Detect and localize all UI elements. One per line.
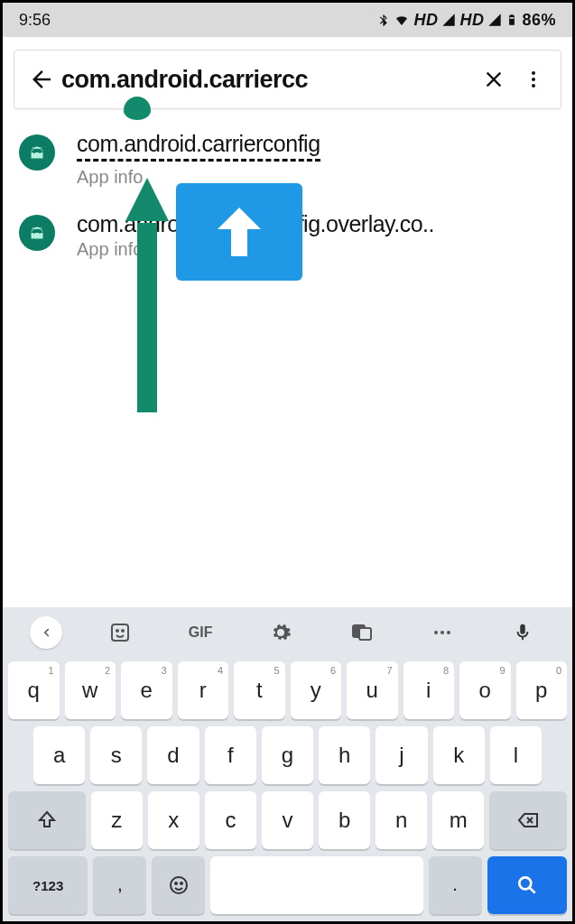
period-key[interactable]: . xyxy=(429,856,482,914)
mic-icon xyxy=(513,623,533,642)
svg-point-10 xyxy=(122,630,124,632)
key-f[interactable]: f xyxy=(205,726,256,784)
arrow-left-icon xyxy=(28,66,55,93)
more-vert-icon xyxy=(523,69,544,90)
key-l[interactable]: l xyxy=(490,726,542,784)
svg-point-15 xyxy=(447,631,450,634)
key-v[interactable]: v xyxy=(262,791,313,849)
keyboard-toolbar: GIF xyxy=(3,607,572,658)
arrow-up-icon xyxy=(207,192,272,272)
shift-icon xyxy=(36,809,58,831)
settings-button[interactable] xyxy=(258,614,303,651)
svg-point-18 xyxy=(181,882,182,884)
svg-point-7 xyxy=(39,232,41,234)
key-q[interactable]: q1 xyxy=(8,661,60,719)
svg-point-1 xyxy=(532,71,535,75)
svg-point-3 xyxy=(532,84,535,88)
search-key[interactable] xyxy=(487,856,567,914)
close-icon xyxy=(481,67,506,92)
translate-button[interactable] xyxy=(339,614,385,651)
key-g[interactable]: g xyxy=(262,726,313,784)
keyboard-row-2: a s d f g h j k l xyxy=(3,723,572,788)
svg-point-2 xyxy=(532,78,535,81)
key-o[interactable]: o9 xyxy=(459,661,511,719)
symbols-key[interactable]: ?123 xyxy=(8,856,88,914)
key-n[interactable]: n xyxy=(376,791,427,849)
comma-key[interactable]: , xyxy=(93,856,146,914)
signal-icon xyxy=(487,13,502,27)
app-icon xyxy=(19,134,55,171)
svg-point-17 xyxy=(175,882,177,884)
svg-point-6 xyxy=(33,232,35,234)
svg-rect-12 xyxy=(359,628,371,640)
mic-button[interactable] xyxy=(500,614,545,651)
result-subtitle: App info xyxy=(77,239,556,260)
key-y[interactable]: y6 xyxy=(291,661,342,719)
key-b[interactable]: b xyxy=(319,791,370,849)
clear-button[interactable] xyxy=(474,60,514,99)
status-time: 9:56 xyxy=(19,11,51,30)
key-w[interactable]: w2 xyxy=(65,661,116,719)
shift-key[interactable] xyxy=(8,791,86,849)
key-t[interactable]: t5 xyxy=(234,661,285,719)
signal-icon xyxy=(441,13,456,27)
emoji-icon xyxy=(168,874,190,896)
space-key[interactable] xyxy=(210,856,423,914)
key-k[interactable]: k xyxy=(433,726,485,784)
battery-icon xyxy=(505,11,518,29)
wifi-icon xyxy=(394,12,410,28)
key-d[interactable]: d xyxy=(147,726,199,784)
svg-point-9 xyxy=(116,630,118,632)
keyboard: GIF q1 w2 e3 r4 t5 y6 u7 i8 o9 p0 a s d … xyxy=(3,607,572,921)
search-icon xyxy=(515,873,539,897)
annotation-blob xyxy=(124,97,151,120)
translate-icon xyxy=(351,622,373,643)
status-right: HD HD 86% xyxy=(377,11,556,30)
key-p[interactable]: p0 xyxy=(516,661,568,719)
more-horiz-icon xyxy=(431,622,453,643)
key-z[interactable]: z xyxy=(91,791,143,849)
back-button[interactable] xyxy=(22,60,61,99)
svg-point-19 xyxy=(519,877,531,889)
key-e[interactable]: e3 xyxy=(121,661,172,719)
gif-button[interactable]: GIF xyxy=(178,614,223,651)
key-x[interactable]: x xyxy=(148,791,199,849)
search-input[interactable]: com.android.carriercc xyxy=(61,66,474,94)
key-h[interactable]: h xyxy=(319,726,370,784)
keyboard-row-3: z x c v b n m xyxy=(3,788,572,853)
svg-point-13 xyxy=(434,631,438,634)
keyboard-row-1: q1 w2 e3 r4 t5 y6 u7 i8 o9 p0 xyxy=(3,658,572,723)
svg-point-16 xyxy=(171,877,187,893)
overflow-menu-button[interactable] xyxy=(514,60,553,99)
chevron-left-icon xyxy=(38,624,54,641)
key-i[interactable]: i8 xyxy=(403,661,455,719)
key-s[interactable]: s xyxy=(90,726,142,784)
keyboard-row-4: ?123 , . xyxy=(3,853,572,921)
annotation-callout xyxy=(176,183,302,281)
key-m[interactable]: m xyxy=(432,791,484,849)
svg-point-14 xyxy=(441,631,444,634)
svg-rect-8 xyxy=(112,624,128,641)
key-u[interactable]: u7 xyxy=(347,661,398,719)
collapse-button[interactable] xyxy=(30,616,62,649)
svg-point-5 xyxy=(39,152,41,153)
svg-point-4 xyxy=(33,152,35,153)
status-bar: 9:56 HD HD 86% xyxy=(3,3,572,37)
svg-rect-0 xyxy=(510,17,515,19)
result-subtitle: App info xyxy=(77,167,556,188)
result-item[interactable]: com.android.carrierconfig App info xyxy=(19,131,556,188)
sticker-button[interactable] xyxy=(97,614,143,651)
key-j[interactable]: j xyxy=(376,726,427,784)
backspace-icon xyxy=(517,809,539,831)
sticker-icon xyxy=(109,622,131,643)
result-title: com.android.carrierconfig xyxy=(77,131,320,162)
bluetooth-icon xyxy=(377,12,390,28)
key-r[interactable]: r4 xyxy=(178,661,229,719)
key-c[interactable]: c xyxy=(205,791,256,849)
key-a[interactable]: a xyxy=(33,726,85,784)
more-button[interactable] xyxy=(420,614,465,651)
emoji-key[interactable] xyxy=(152,856,205,914)
search-bar: com.android.carriercc xyxy=(14,50,561,109)
backspace-key[interactable] xyxy=(489,791,567,849)
app-icon xyxy=(19,215,55,251)
